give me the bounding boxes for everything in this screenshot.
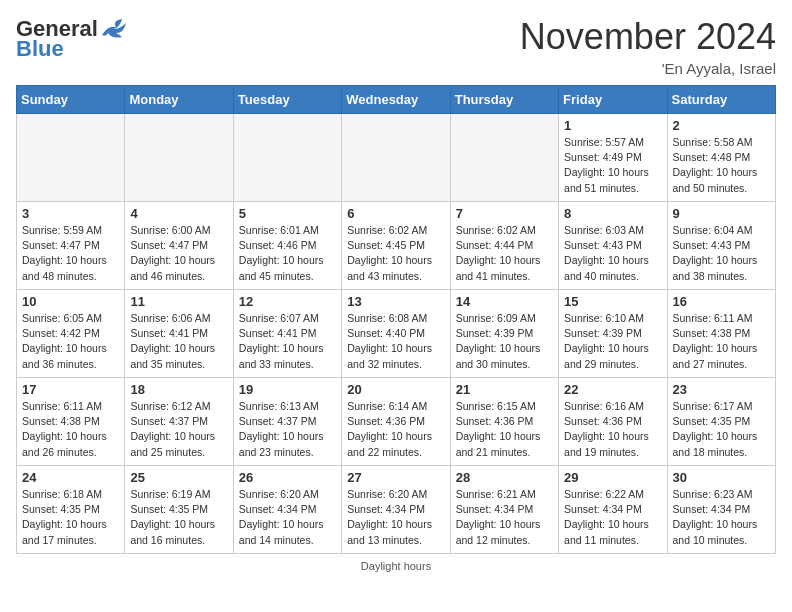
calendar-cell: 24Sunrise: 6:18 AMSunset: 4:35 PMDayligh… bbox=[17, 466, 125, 554]
calendar-cell: 27Sunrise: 6:20 AMSunset: 4:34 PMDayligh… bbox=[342, 466, 450, 554]
footer-note: Daylight hours bbox=[16, 560, 776, 572]
weekday-header-row: SundayMondayTuesdayWednesdayThursdayFrid… bbox=[17, 86, 776, 114]
calendar-cell: 4Sunrise: 6:00 AMSunset: 4:47 PMDaylight… bbox=[125, 202, 233, 290]
calendar-cell: 23Sunrise: 6:17 AMSunset: 4:35 PMDayligh… bbox=[667, 378, 775, 466]
title-block: November 2024 'En Ayyala, Israel bbox=[520, 16, 776, 77]
calendar-cell bbox=[342, 114, 450, 202]
location: 'En Ayyala, Israel bbox=[520, 60, 776, 77]
calendar-week-row: 10Sunrise: 6:05 AMSunset: 4:42 PMDayligh… bbox=[17, 290, 776, 378]
calendar-week-row: 3Sunrise: 5:59 AMSunset: 4:47 PMDaylight… bbox=[17, 202, 776, 290]
calendar-cell: 13Sunrise: 6:08 AMSunset: 4:40 PMDayligh… bbox=[342, 290, 450, 378]
calendar-table: SundayMondayTuesdayWednesdayThursdayFrid… bbox=[16, 85, 776, 554]
day-info: Sunrise: 6:17 AMSunset: 4:35 PMDaylight:… bbox=[673, 399, 770, 460]
day-number: 12 bbox=[239, 294, 336, 309]
day-number: 20 bbox=[347, 382, 444, 397]
weekday-header-thursday: Thursday bbox=[450, 86, 558, 114]
day-number: 15 bbox=[564, 294, 661, 309]
calendar-cell: 10Sunrise: 6:05 AMSunset: 4:42 PMDayligh… bbox=[17, 290, 125, 378]
day-info: Sunrise: 5:58 AMSunset: 4:48 PMDaylight:… bbox=[673, 135, 770, 196]
day-info: Sunrise: 5:57 AMSunset: 4:49 PMDaylight:… bbox=[564, 135, 661, 196]
day-number: 13 bbox=[347, 294, 444, 309]
day-number: 26 bbox=[239, 470, 336, 485]
month-title: November 2024 bbox=[520, 16, 776, 58]
day-info: Sunrise: 6:18 AMSunset: 4:35 PMDaylight:… bbox=[22, 487, 119, 548]
day-number: 8 bbox=[564, 206, 661, 221]
calendar-cell: 21Sunrise: 6:15 AMSunset: 4:36 PMDayligh… bbox=[450, 378, 558, 466]
day-info: Sunrise: 6:06 AMSunset: 4:41 PMDaylight:… bbox=[130, 311, 227, 372]
calendar-cell bbox=[125, 114, 233, 202]
calendar-cell: 26Sunrise: 6:20 AMSunset: 4:34 PMDayligh… bbox=[233, 466, 341, 554]
day-number: 1 bbox=[564, 118, 661, 133]
day-number: 29 bbox=[564, 470, 661, 485]
day-number: 25 bbox=[130, 470, 227, 485]
day-number: 27 bbox=[347, 470, 444, 485]
calendar-cell bbox=[233, 114, 341, 202]
day-number: 17 bbox=[22, 382, 119, 397]
logo-blue-text: Blue bbox=[16, 36, 64, 62]
day-info: Sunrise: 6:12 AMSunset: 4:37 PMDaylight:… bbox=[130, 399, 227, 460]
day-number: 5 bbox=[239, 206, 336, 221]
calendar-cell bbox=[17, 114, 125, 202]
day-number: 30 bbox=[673, 470, 770, 485]
day-number: 22 bbox=[564, 382, 661, 397]
weekday-header-monday: Monday bbox=[125, 86, 233, 114]
calendar-cell: 2Sunrise: 5:58 AMSunset: 4:48 PMDaylight… bbox=[667, 114, 775, 202]
weekday-header-friday: Friday bbox=[559, 86, 667, 114]
logo: General Blue bbox=[16, 16, 130, 62]
calendar-cell: 3Sunrise: 5:59 AMSunset: 4:47 PMDaylight… bbox=[17, 202, 125, 290]
calendar-cell: 8Sunrise: 6:03 AMSunset: 4:43 PMDaylight… bbox=[559, 202, 667, 290]
day-number: 9 bbox=[673, 206, 770, 221]
day-info: Sunrise: 6:11 AMSunset: 4:38 PMDaylight:… bbox=[673, 311, 770, 372]
day-info: Sunrise: 6:02 AMSunset: 4:44 PMDaylight:… bbox=[456, 223, 553, 284]
calendar-cell: 14Sunrise: 6:09 AMSunset: 4:39 PMDayligh… bbox=[450, 290, 558, 378]
day-info: Sunrise: 6:19 AMSunset: 4:35 PMDaylight:… bbox=[130, 487, 227, 548]
day-info: Sunrise: 6:10 AMSunset: 4:39 PMDaylight:… bbox=[564, 311, 661, 372]
day-info: Sunrise: 6:14 AMSunset: 4:36 PMDaylight:… bbox=[347, 399, 444, 460]
day-number: 28 bbox=[456, 470, 553, 485]
calendar-cell: 12Sunrise: 6:07 AMSunset: 4:41 PMDayligh… bbox=[233, 290, 341, 378]
day-number: 23 bbox=[673, 382, 770, 397]
day-number: 19 bbox=[239, 382, 336, 397]
day-number: 11 bbox=[130, 294, 227, 309]
day-number: 24 bbox=[22, 470, 119, 485]
calendar-cell: 22Sunrise: 6:16 AMSunset: 4:36 PMDayligh… bbox=[559, 378, 667, 466]
day-info: Sunrise: 6:13 AMSunset: 4:37 PMDaylight:… bbox=[239, 399, 336, 460]
calendar-week-row: 17Sunrise: 6:11 AMSunset: 4:38 PMDayligh… bbox=[17, 378, 776, 466]
day-info: Sunrise: 6:08 AMSunset: 4:40 PMDaylight:… bbox=[347, 311, 444, 372]
page-header: General Blue November 2024 'En Ayyala, I… bbox=[16, 16, 776, 77]
day-info: Sunrise: 6:02 AMSunset: 4:45 PMDaylight:… bbox=[347, 223, 444, 284]
day-number: 7 bbox=[456, 206, 553, 221]
calendar-cell: 20Sunrise: 6:14 AMSunset: 4:36 PMDayligh… bbox=[342, 378, 450, 466]
day-info: Sunrise: 6:11 AMSunset: 4:38 PMDaylight:… bbox=[22, 399, 119, 460]
day-info: Sunrise: 6:04 AMSunset: 4:43 PMDaylight:… bbox=[673, 223, 770, 284]
day-number: 14 bbox=[456, 294, 553, 309]
calendar-cell: 17Sunrise: 6:11 AMSunset: 4:38 PMDayligh… bbox=[17, 378, 125, 466]
day-number: 16 bbox=[673, 294, 770, 309]
day-info: Sunrise: 6:05 AMSunset: 4:42 PMDaylight:… bbox=[22, 311, 119, 372]
day-info: Sunrise: 6:20 AMSunset: 4:34 PMDaylight:… bbox=[347, 487, 444, 548]
day-number: 6 bbox=[347, 206, 444, 221]
calendar-cell: 28Sunrise: 6:21 AMSunset: 4:34 PMDayligh… bbox=[450, 466, 558, 554]
weekday-header-wednesday: Wednesday bbox=[342, 86, 450, 114]
day-info: Sunrise: 6:21 AMSunset: 4:34 PMDaylight:… bbox=[456, 487, 553, 548]
day-number: 2 bbox=[673, 118, 770, 133]
calendar-cell: 11Sunrise: 6:06 AMSunset: 4:41 PMDayligh… bbox=[125, 290, 233, 378]
day-info: Sunrise: 6:16 AMSunset: 4:36 PMDaylight:… bbox=[564, 399, 661, 460]
weekday-header-sunday: Sunday bbox=[17, 86, 125, 114]
calendar-cell: 19Sunrise: 6:13 AMSunset: 4:37 PMDayligh… bbox=[233, 378, 341, 466]
day-info: Sunrise: 5:59 AMSunset: 4:47 PMDaylight:… bbox=[22, 223, 119, 284]
calendar-cell: 30Sunrise: 6:23 AMSunset: 4:34 PMDayligh… bbox=[667, 466, 775, 554]
day-number: 10 bbox=[22, 294, 119, 309]
day-number: 21 bbox=[456, 382, 553, 397]
day-number: 3 bbox=[22, 206, 119, 221]
calendar-cell: 25Sunrise: 6:19 AMSunset: 4:35 PMDayligh… bbox=[125, 466, 233, 554]
calendar-week-row: 1Sunrise: 5:57 AMSunset: 4:49 PMDaylight… bbox=[17, 114, 776, 202]
day-info: Sunrise: 6:23 AMSunset: 4:34 PMDaylight:… bbox=[673, 487, 770, 548]
day-info: Sunrise: 6:00 AMSunset: 4:47 PMDaylight:… bbox=[130, 223, 227, 284]
weekday-header-saturday: Saturday bbox=[667, 86, 775, 114]
day-number: 4 bbox=[130, 206, 227, 221]
calendar-cell: 16Sunrise: 6:11 AMSunset: 4:38 PMDayligh… bbox=[667, 290, 775, 378]
day-info: Sunrise: 6:03 AMSunset: 4:43 PMDaylight:… bbox=[564, 223, 661, 284]
calendar-cell: 1Sunrise: 5:57 AMSunset: 4:49 PMDaylight… bbox=[559, 114, 667, 202]
day-info: Sunrise: 6:07 AMSunset: 4:41 PMDaylight:… bbox=[239, 311, 336, 372]
